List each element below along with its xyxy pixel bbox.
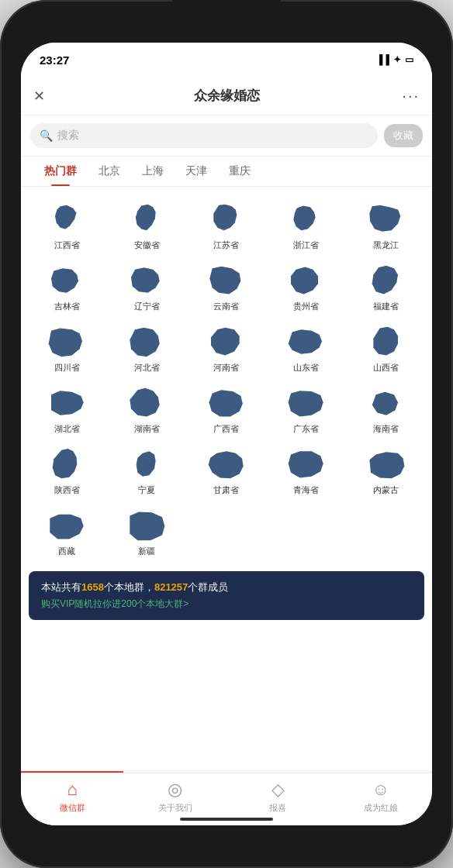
province-name-xinjiang: 新疆	[138, 546, 155, 557]
province-map-fujian	[366, 264, 406, 298]
close-icon[interactable]: ✕	[33, 88, 45, 105]
province-qinghai[interactable]: 青海省	[266, 441, 346, 502]
province-name-heilongjiang: 黑龙江	[373, 239, 399, 251]
search-bar: 🔍 搜索 收藏	[21, 115, 432, 157]
province-map-hebei	[126, 325, 167, 359]
province-guizhou[interactable]: 贵州省	[266, 257, 346, 319]
province-map-sichuan	[47, 325, 87, 359]
province-name-shanxi: 山西省	[373, 362, 399, 374]
matchmaker-icon: ☺	[372, 780, 389, 800]
province-name-gansu: 甘肃省	[213, 484, 239, 496]
province-hainan[interactable]: 海南省	[346, 380, 426, 441]
more-icon[interactable]: ···	[402, 87, 420, 105]
province-sichuan[interactable]: 四川省	[27, 319, 107, 380]
province-jiangsu[interactable]: 江苏省	[187, 196, 267, 257]
province-henan[interactable]: 河南省	[187, 319, 267, 380]
province-map-xinjiang	[126, 508, 167, 542]
app-header: ✕ 众余缘婚恋 ···	[21, 77, 432, 115]
province-map-jilin	[47, 264, 87, 298]
tab-shanghai[interactable]: 上海	[131, 157, 175, 186]
province-guangxi[interactable]: 广西省	[187, 380, 267, 441]
province-shaanxi[interactable]: 陕西省	[27, 441, 107, 502]
banner[interactable]: 本站共有1658个本地群，821257个群成员 购买VIP随机拉你进200个本地…	[29, 571, 424, 620]
banner-member: 821257	[154, 581, 188, 593]
province-name-jiangxi: 江西省	[54, 239, 80, 251]
province-name-hebei: 河北省	[134, 362, 160, 374]
province-fujian[interactable]: 福建省	[346, 257, 426, 319]
province-gansu[interactable]: 甘肃省	[187, 441, 267, 502]
province-jiangxi[interactable]: 江西省	[27, 196, 107, 257]
province-zhejiang[interactable]: 浙江省	[266, 196, 346, 257]
search-input-wrap[interactable]: 🔍 搜索	[30, 123, 378, 148]
province-map-shaanxi	[47, 447, 87, 481]
province-xizang[interactable]: 西藏	[27, 502, 107, 563]
tab-bar: 热门群 北京 上海 天津 重庆	[21, 157, 432, 187]
province-map-xizang	[47, 508, 87, 542]
tab-tianjin[interactable]: 天津	[175, 157, 218, 186]
province-map-hubei	[47, 386, 87, 420]
province-name-qinghai: 青海省	[293, 484, 319, 496]
nav-label-congrats: 报喜	[269, 802, 286, 814]
nav-about[interactable]: ◎ 关于我们	[124, 780, 227, 814]
tab-hot[interactable]: 热门群	[33, 157, 88, 186]
tab-chongqing[interactable]: 重庆	[218, 157, 261, 186]
province-map-heilongjiang	[366, 202, 406, 236]
province-heilongjiang[interactable]: 黑龙江	[346, 196, 426, 257]
province-map-yunnan	[206, 264, 247, 298]
province-ningxia[interactable]: 宁夏	[107, 441, 187, 502]
province-grid: 江西省 安徽省 江苏省	[21, 193, 432, 567]
province-map-guangdong	[286, 386, 327, 420]
content-area: 江西省 安徽省 江苏省	[21, 187, 432, 770]
province-hebei[interactable]: 河北省	[107, 319, 187, 380]
province-name-guangxi: 广西省	[213, 423, 239, 435]
province-name-jiangsu: 江苏省	[213, 239, 239, 251]
province-yunnan[interactable]: 云南省	[187, 257, 267, 319]
about-icon: ◎	[168, 780, 182, 800]
tab-beijing[interactable]: 北京	[88, 157, 131, 186]
province-map-shandong	[286, 325, 327, 359]
province-xinjiang[interactable]: 新疆	[107, 502, 187, 563]
province-shanxi[interactable]: 山西省	[346, 319, 426, 380]
nav-label-about: 关于我们	[158, 802, 192, 814]
province-liaoning[interactable]: 辽宁省	[107, 257, 187, 319]
province-hunan[interactable]: 湖南省	[107, 380, 187, 441]
province-name-yunnan: 云南省	[213, 301, 239, 312]
nav-matchmaker[interactable]: ☺ 成为红娘	[330, 780, 433, 814]
wifi-icon: ✦	[393, 54, 401, 65]
province-name-ningxia: 宁夏	[138, 484, 155, 496]
nav-label-matchmaker: 成为红娘	[364, 802, 398, 814]
province-neimenggu[interactable]: 内蒙古	[346, 441, 426, 502]
province-name-zhejiang: 浙江省	[293, 239, 319, 251]
status-time: 23:27	[40, 53, 69, 67]
congrats-icon: ◇	[271, 780, 285, 800]
nav-congrats[interactable]: ◇ 报喜	[226, 780, 330, 814]
province-name-shaanxi: 陕西省	[54, 484, 80, 496]
province-jilin[interactable]: 吉林省	[27, 257, 107, 319]
province-name-liaoning: 辽宁省	[134, 301, 160, 312]
collect-button[interactable]: 收藏	[384, 124, 423, 147]
province-shandong[interactable]: 山东省	[266, 319, 346, 380]
status-bar: 23:27 ▐▐ ✦ ▭	[21, 43, 432, 77]
province-hubei[interactable]: 湖北省	[27, 380, 107, 441]
province-map-hainan	[366, 386, 406, 420]
banner-text2[interactable]: 购买VIP随机拉你进200个本地大群>	[41, 598, 412, 611]
province-guangdong[interactable]: 广东省	[266, 380, 346, 441]
nav-wechat-group[interactable]: ⌂ 微信群	[21, 780, 124, 814]
province-map-hunan	[126, 386, 167, 420]
province-name-hunan: 湖南省	[134, 423, 160, 435]
province-anhui[interactable]: 安徽省	[107, 196, 187, 257]
province-map-anhui	[126, 202, 167, 236]
search-icon: 🔍	[40, 129, 53, 142]
notch	[172, 0, 281, 22]
province-map-ningxia	[126, 447, 167, 481]
page-title: 众余缘婚恋	[194, 87, 260, 105]
province-name-hainan: 海南省	[373, 423, 399, 435]
signal-icon: ▐▐	[376, 54, 389, 65]
home-icon: ⌂	[67, 780, 78, 800]
province-name-jilin: 吉林省	[54, 301, 80, 312]
province-map-gansu	[206, 447, 247, 481]
home-indicator	[180, 818, 273, 821]
nav-label-wechat: 微信群	[60, 802, 85, 814]
province-name-sichuan: 四川省	[54, 362, 80, 374]
province-name-neimenggu: 内蒙古	[373, 484, 399, 496]
